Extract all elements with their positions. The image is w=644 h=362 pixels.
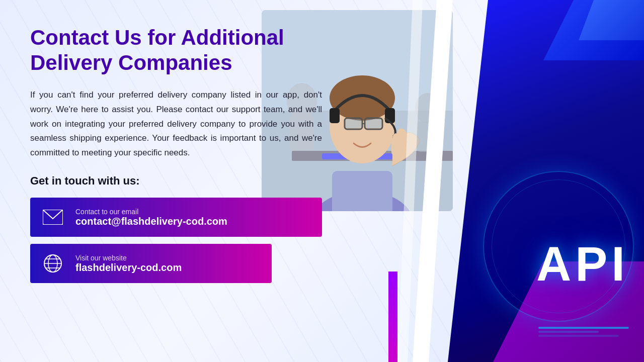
globe-icon-container [40, 251, 65, 276]
tech-bar-3 [538, 335, 619, 337]
website-contact-bar[interactable]: Visit our website flashdelivery-cod.com [30, 244, 272, 283]
email-contact-text: Contact to our email contact@flashdelive… [75, 208, 227, 227]
email-value: contact@flashdelivery-cod.com [75, 216, 227, 227]
tech-bar-2 [538, 331, 599, 333]
tech-bars [538, 327, 629, 337]
main-title: Contact Us for Additional Delivery Compa… [30, 25, 322, 76]
email-label: Contact to our email [75, 208, 227, 216]
envelope-icon [43, 210, 63, 225]
website-value: flashdelivery-cod.com [75, 262, 182, 274]
tech-bar-1 [538, 327, 629, 329]
globe-icon [43, 253, 63, 274]
svg-rect-12 [366, 119, 381, 128]
website-contact-text: Visit our website flashdelivery-cod.com [75, 254, 182, 274]
body-paragraph: If you can't find your preferred deliver… [30, 88, 322, 160]
email-contact-bar[interactable]: Contact to our email contact@flashdelive… [30, 198, 322, 237]
purple-vertical-bar [388, 272, 397, 362]
left-content-area: Contact Us for Additional Delivery Compa… [0, 0, 352, 362]
api-label: API [536, 236, 629, 292]
email-icon-container [40, 205, 65, 230]
website-label: Visit our website [75, 254, 182, 262]
get-in-touch-label: Get in touch with us: [30, 174, 322, 188]
